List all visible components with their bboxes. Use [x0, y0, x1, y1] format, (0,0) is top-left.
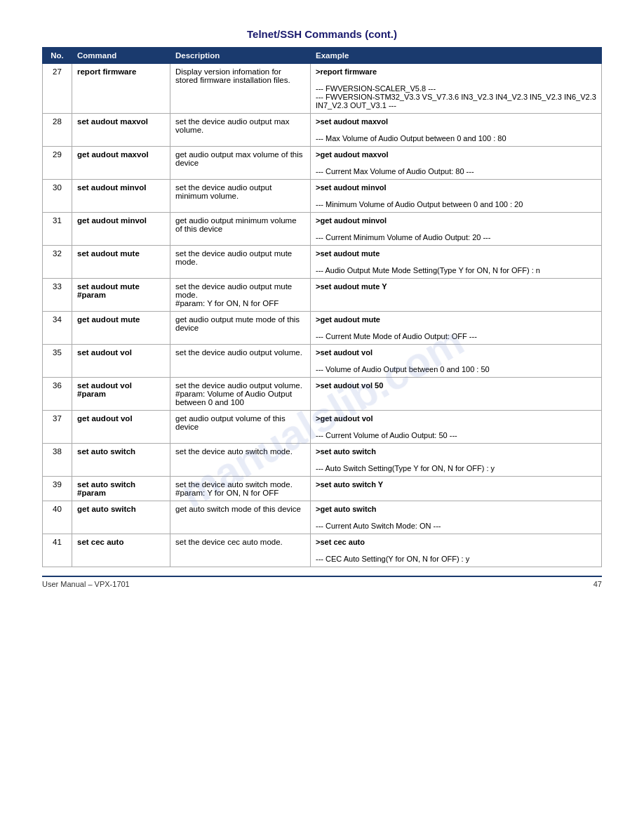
cell-no: 30	[43, 180, 72, 213]
cell-description: set the device audio output max volume.	[170, 114, 311, 147]
cell-command: get audout maxvol	[72, 147, 170, 180]
cell-no: 35	[43, 345, 72, 378]
table-row: 27report firmwareDisplay version infomat…	[43, 64, 602, 114]
col-header-description: Description	[170, 48, 311, 64]
cell-example: >set audout minvol--- Minimum Volume of …	[311, 180, 602, 213]
page-title: Telnet/SSH Commands (cont.)	[42, 28, 602, 40]
cell-command: set audout maxvol	[72, 114, 170, 147]
col-header-example: Example	[311, 48, 602, 64]
table-row: 37get audout volget audio output volume …	[43, 411, 602, 444]
cell-command: set audout mute#param	[72, 279, 170, 312]
cell-no: 31	[43, 213, 72, 246]
cell-description: set the device audio output volume.	[170, 345, 311, 378]
cell-no: 34	[43, 312, 72, 345]
cell-no: 27	[43, 64, 72, 114]
table-header-row: No. Command Description Example	[43, 48, 602, 64]
cell-no: 36	[43, 378, 72, 411]
cell-command: set audout mute	[72, 246, 170, 279]
cell-command: get audout minvol	[72, 213, 170, 246]
cell-example: >get auto switch--- Current Auto Switch …	[311, 501, 602, 534]
cell-command: set audout vol#param	[72, 378, 170, 411]
col-header-command: Command	[72, 48, 170, 64]
cell-example: >get audout mute--- Current Mute Mode of…	[311, 312, 602, 345]
table-row: 36set audout vol#paramset the device aud…	[43, 378, 602, 411]
cell-description: get audio output max volume of this devi…	[170, 147, 311, 180]
cell-example: >get audout minvol--- Current Minimum Vo…	[311, 213, 602, 246]
cell-description: get auto switch mode of this device	[170, 501, 311, 534]
cell-description: set the device audio output volume.#para…	[170, 378, 311, 411]
cell-example: >set cec auto--- CEC Auto Setting(Y for …	[311, 534, 602, 567]
cell-description: set the device audio output minimum volu…	[170, 180, 311, 213]
cell-no: 40	[43, 501, 72, 534]
table-row: 32set audout muteset the device audio ou…	[43, 246, 602, 279]
cell-description: set the device cec auto mode.	[170, 534, 311, 567]
table-row: 38set auto switchset the device auto swi…	[43, 444, 602, 477]
cell-example: >set auto switch Y	[311, 477, 602, 501]
table-row: 29get audout maxvolget audio output max …	[43, 147, 602, 180]
table-row: 41set cec autoset the device cec auto mo…	[43, 534, 602, 567]
cell-example: >set audout vol--- Volume of Audio Outpu…	[311, 345, 602, 378]
cell-description: set the device audio output mute mode.#p…	[170, 279, 311, 312]
cell-description: set the device auto switch mode.#param: …	[170, 477, 311, 501]
cell-description: set the device auto switch mode.	[170, 444, 311, 477]
cell-no: 37	[43, 411, 72, 444]
cell-no: 41	[43, 534, 72, 567]
cell-example: >set audout maxvol--- Max Volume of Audi…	[311, 114, 602, 147]
col-header-no: No.	[43, 48, 72, 64]
cell-no: 29	[43, 147, 72, 180]
cell-no: 32	[43, 246, 72, 279]
table-row: 31get audout minvolget audio output mini…	[43, 213, 602, 246]
cell-command: get auto switch	[72, 501, 170, 534]
cell-description: get audio output minimum volume of this …	[170, 213, 311, 246]
table-row: 39set auto switch#paramset the device au…	[43, 477, 602, 501]
cell-example: >set audout mute Y	[311, 279, 602, 312]
cell-command: set auto switch	[72, 444, 170, 477]
cell-description: Display version infomation for stored fi…	[170, 64, 311, 114]
table-row: 30set audout minvolset the device audio …	[43, 180, 602, 213]
table-row: 33set audout mute#paramset the device au…	[43, 279, 602, 312]
cell-example: >get audout maxvol--- Current Max Volume…	[311, 147, 602, 180]
cell-command: report firmware	[72, 64, 170, 114]
cell-example: >set audout vol 50	[311, 378, 602, 411]
cell-example: >set auto switch--- Auto Switch Setting(…	[311, 444, 602, 477]
footer-left: User Manual – VPX-1701	[42, 580, 130, 588]
footer-right: 47	[593, 580, 602, 588]
footer: User Manual – VPX-1701 47	[42, 576, 602, 588]
table-row: 28set audout maxvolset the device audio …	[43, 114, 602, 147]
cell-description: set the device audio output mute mode.	[170, 246, 311, 279]
cell-no: 39	[43, 477, 72, 501]
cell-command: set audout minvol	[72, 180, 170, 213]
cell-no: 33	[43, 279, 72, 312]
cell-no: 38	[43, 444, 72, 477]
commands-table: No. Command Description Example 27report…	[42, 47, 602, 567]
table-row: 40get auto switchget auto switch mode of…	[43, 501, 602, 534]
cell-command: set auto switch#param	[72, 477, 170, 501]
cell-description: get audio output mute mode of this devic…	[170, 312, 311, 345]
cell-example: >report firmware--- FWVERSION-SCALER_V5.…	[311, 64, 602, 114]
cell-example: >get audout vol--- Current Volume of Aud…	[311, 411, 602, 444]
cell-command: get audout vol	[72, 411, 170, 444]
cell-command: set audout vol	[72, 345, 170, 378]
cell-no: 28	[43, 114, 72, 147]
cell-command: set cec auto	[72, 534, 170, 567]
cell-example: >set audout mute--- Audio Output Mute Mo…	[311, 246, 602, 279]
table-row: 34get audout muteget audio output mute m…	[43, 312, 602, 345]
cell-command: get audout mute	[72, 312, 170, 345]
cell-description: get audio output volume of this device	[170, 411, 311, 444]
table-row: 35set audout volset the device audio out…	[43, 345, 602, 378]
